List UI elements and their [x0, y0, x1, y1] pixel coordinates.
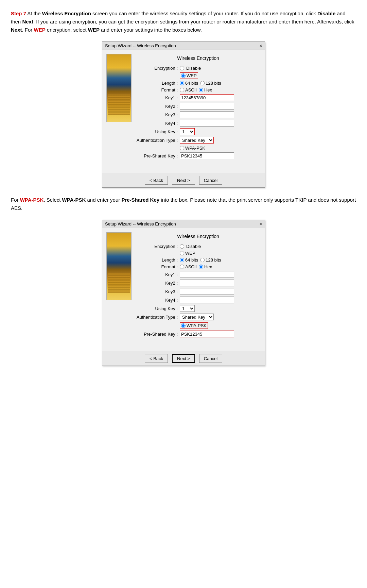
intro-paragraph: Step 7 At the Wireless Encryption screen…: [11, 10, 356, 34]
format-radio-group: ASCII Hex: [180, 87, 212, 93]
next-bold1: Next: [22, 19, 33, 24]
wep-radio-label[interactable]: WEP: [180, 72, 261, 79]
d2-length-64-radio[interactable]: [180, 258, 184, 262]
key1-label: Key1 :: [136, 95, 180, 100]
d2-key3-row: Key3 :: [136, 288, 261, 295]
d2-format-radio-group: ASCII Hex: [180, 264, 212, 269]
dialog2-content: Wireless Encryption Encryption : Disable…: [136, 232, 261, 340]
key4-row: Key4 :: [136, 120, 261, 127]
dialog1-wrapper: Setup Wizard -- Wireless Encryption × Wi…: [11, 41, 356, 188]
d2-length-64-label[interactable]: 64 bits: [180, 257, 198, 263]
pre-shared-key-row: Pre-Shared Key : PSK12345: [136, 152, 261, 159]
d2-wpa-psk-radio-label[interactable]: WPA-PSK: [180, 322, 208, 329]
d2-length-label: Length :: [136, 257, 180, 263]
dialog2-image: [106, 232, 132, 300]
d2-auth-type-row: Authentication Type : Shared Key Open Sy…: [136, 314, 261, 320]
dialog1-cancel-button[interactable]: Cancel: [199, 176, 222, 185]
dialog2-next-button[interactable]: Next >: [172, 354, 195, 363]
d2-disable-radio-label[interactable]: Disable: [180, 244, 201, 249]
wpa-psk-radio[interactable]: [180, 146, 184, 150]
d2-auth-type-select[interactable]: Shared Key Open System: [180, 314, 214, 320]
dialog1-next-button[interactable]: Next >: [172, 176, 195, 185]
format-row: Format : ASCII Hex: [136, 87, 261, 93]
second-intro-paragraph: For WPA-PSK, Select WPA-PSK and enter yo…: [11, 196, 356, 212]
d2-key1-input[interactable]: [180, 271, 234, 278]
length-radio-group: 64 bits 128 bits: [180, 81, 221, 86]
length-64-label[interactable]: 64 bits: [180, 81, 198, 86]
key4-input[interactable]: [180, 120, 234, 127]
d2-key4-input[interactable]: [180, 297, 234, 303]
key3-row: Key3 :: [136, 111, 261, 118]
dialog2-heading: Wireless Encryption: [136, 234, 261, 239]
d2-length-128-label[interactable]: 128 bits: [200, 257, 221, 263]
d2-pre-shared-input[interactable]: PSK12345: [180, 331, 234, 337]
length-64-radio[interactable]: [180, 81, 184, 85]
key3-label: Key3 :: [136, 112, 180, 117]
pre-shared-bold: Pre-Shared Key: [121, 197, 159, 203]
d2-auth-type-label: Authentication Type :: [136, 315, 180, 320]
format-hex-label[interactable]: Hex: [199, 87, 212, 93]
dialog1-body: Wireless Encryption Encryption : Disable…: [102, 50, 265, 166]
pre-shared-input[interactable]: PSK12345: [180, 152, 234, 159]
length-128-radio[interactable]: [200, 81, 205, 85]
step-label: Step 7: [11, 11, 26, 16]
d2-wep-radio-label[interactable]: WEP: [180, 251, 261, 256]
format-ascii-radio[interactable]: [180, 88, 184, 92]
key3-input[interactable]: [180, 111, 234, 118]
using-key-select[interactable]: 1 2 3 4: [180, 128, 195, 135]
auth-type-select[interactable]: Shared Key Open System: [180, 137, 214, 144]
d2-wep-radio[interactable]: [180, 251, 184, 255]
dialog1-back-button[interactable]: < Back: [145, 176, 168, 185]
d2-key3-label: Key3 :: [136, 289, 180, 294]
key4-label: Key4 :: [136, 121, 180, 126]
dialog2-back-button[interactable]: < Back: [145, 354, 168, 363]
d2-disable-radio[interactable]: [180, 244, 184, 249]
format-ascii-label[interactable]: ASCII: [180, 87, 197, 93]
encryption-row: Encryption : Disable: [136, 66, 261, 71]
d2-pre-shared-key-row: Pre-Shared Key : PSK12345: [136, 331, 261, 337]
d2-encryption-label: Encryption :: [136, 244, 180, 249]
d2-key4-label: Key4 :: [136, 298, 180, 303]
auth-type-label: Authentication Type :: [136, 138, 180, 143]
dialog2-cancel-button[interactable]: Cancel: [199, 354, 222, 363]
disable-bold: Disable: [317, 11, 335, 16]
key1-input[interactable]: 1234567890: [180, 94, 234, 101]
d2-format-hex-radio[interactable]: [199, 265, 203, 269]
d2-key4-row: Key4 :: [136, 297, 261, 303]
d2-wpa-psk-row: WPA-PSK: [180, 322, 261, 329]
d2-using-key-select[interactable]: 1 2 3 4: [180, 305, 195, 312]
wep-row: WEP: [180, 72, 261, 79]
dialog1-close-button[interactable]: ×: [260, 44, 262, 48]
dialog1-title: Setup Wizard -- Wireless Encryption: [105, 43, 176, 48]
disable-radio[interactable]: [180, 66, 184, 70]
dialog1-divider: [102, 170, 265, 170]
auth-type-row: Authentication Type : Shared Key Open Sy…: [136, 137, 261, 144]
key2-row: Key2 :: [136, 103, 261, 110]
using-key-row: Using Key : 1 2 3 4: [136, 128, 261, 135]
d2-key3-input[interactable]: [180, 288, 234, 295]
key2-label: Key2 :: [136, 104, 180, 109]
length-label: Length :: [136, 81, 180, 86]
format-hex-radio[interactable]: [199, 88, 203, 92]
d2-length-radio-group: 64 bits 128 bits: [180, 257, 221, 263]
d2-format-ascii-label[interactable]: ASCII: [180, 264, 197, 269]
format-label: Format :: [136, 87, 180, 93]
wireless-encryption-bold: Wireless Encryption: [42, 11, 91, 16]
disable-radio-label[interactable]: Disable: [180, 66, 201, 71]
d2-wep-row: WEP: [180, 251, 261, 256]
d2-length-128-radio[interactable]: [200, 258, 205, 262]
d2-format-ascii-radio[interactable]: [180, 265, 184, 269]
d2-format-row: Format : ASCII Hex: [136, 264, 261, 269]
d2-wpa-psk-radio[interactable]: [181, 323, 186, 328]
d2-key2-input[interactable]: [180, 280, 234, 286]
wep-radio[interactable]: [181, 73, 186, 78]
dialog1-footer: < Back Next > Cancel: [102, 173, 265, 187]
d2-length-row: Length : 64 bits 128 bits: [136, 257, 261, 263]
key2-input[interactable]: [180, 103, 234, 110]
dialog2-close-button[interactable]: ×: [260, 222, 262, 226]
length-128-label[interactable]: 128 bits: [200, 81, 221, 86]
d2-encryption-row: Encryption : Disable: [136, 244, 261, 249]
wpa-psk-radio-label[interactable]: WPA-PSK: [180, 146, 261, 151]
d2-format-hex-label[interactable]: Hex: [199, 264, 212, 269]
wep-radio-highlight-box: WEP: [180, 72, 198, 79]
